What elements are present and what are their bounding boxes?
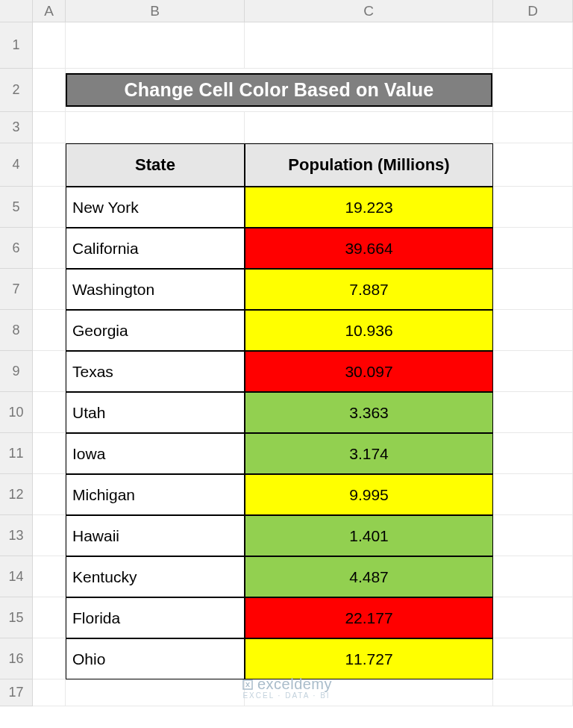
row-header-11[interactable]: 11: [0, 433, 33, 474]
cell-C17[interactable]: [245, 679, 493, 706]
cell-A3[interactable]: [33, 112, 66, 143]
cell-D17[interactable]: [493, 679, 573, 706]
cell-D14[interactable]: [493, 556, 573, 597]
row-header-16[interactable]: 16: [0, 638, 33, 679]
cell-D11[interactable]: [493, 433, 573, 474]
row-header-8[interactable]: 8: [0, 310, 33, 351]
spreadsheet-grid: A B C D 1 2 3 4 5 6 7 8 9 10 11 12 13 14…: [0, 0, 573, 706]
cell-C1[interactable]: [245, 22, 493, 69]
cell-D6[interactable]: [493, 228, 573, 269]
row-header-10[interactable]: 10: [0, 392, 33, 433]
cell-state[interactable]: Iowa: [66, 433, 245, 474]
row-header-7[interactable]: 7: [0, 269, 33, 310]
cell-state[interactable]: Florida: [66, 597, 245, 638]
cell-population[interactable]: 22.177: [245, 597, 493, 638]
cell-A9[interactable]: [33, 351, 66, 392]
cell-population[interactable]: 4.487: [245, 556, 493, 597]
cell-D12[interactable]: [493, 474, 573, 515]
cell-D2[interactable]: [493, 69, 573, 112]
cell-A6[interactable]: [33, 228, 66, 269]
cell-A8[interactable]: [33, 310, 66, 351]
cell-A16[interactable]: [33, 638, 66, 679]
cell-state[interactable]: Texas: [66, 351, 245, 392]
cell-population[interactable]: 3.174: [245, 433, 493, 474]
cell-A5[interactable]: [33, 187, 66, 228]
cell-A7[interactable]: [33, 269, 66, 310]
cell-A14[interactable]: [33, 556, 66, 597]
col-header-B[interactable]: B: [66, 0, 245, 22]
cell-state[interactable]: Hawaii: [66, 515, 245, 556]
cell-D3[interactable]: [493, 112, 573, 143]
cell-state[interactable]: Utah: [66, 392, 245, 433]
row-header-5[interactable]: 5: [0, 187, 33, 228]
row-header-13[interactable]: 13: [0, 515, 33, 556]
cell-state[interactable]: Michigan: [66, 474, 245, 515]
cell-population[interactable]: 10.936: [245, 310, 493, 351]
row-header-12[interactable]: 12: [0, 474, 33, 515]
cell-D9[interactable]: [493, 351, 573, 392]
cell-B17[interactable]: [66, 679, 245, 706]
row-header-6[interactable]: 6: [0, 228, 33, 269]
cell-population[interactable]: 19.223: [245, 187, 493, 228]
cell-A12[interactable]: [33, 474, 66, 515]
cell-D1[interactable]: [493, 22, 573, 69]
cell-D15[interactable]: [493, 597, 573, 638]
cell-population[interactable]: 30.097: [245, 351, 493, 392]
select-all-corner[interactable]: [0, 0, 33, 22]
row-header-1[interactable]: 1: [0, 22, 33, 69]
cell-D5[interactable]: [493, 187, 573, 228]
cell-D10[interactable]: [493, 392, 573, 433]
col-header-D[interactable]: D: [493, 0, 573, 22]
cell-population[interactable]: 11.727: [245, 638, 493, 679]
header-state[interactable]: State: [66, 143, 245, 187]
cell-state[interactable]: Georgia: [66, 310, 245, 351]
cell-C3[interactable]: [245, 112, 493, 143]
cell-state[interactable]: Ohio: [66, 638, 245, 679]
cell-A15[interactable]: [33, 597, 66, 638]
cell-B1[interactable]: [66, 22, 245, 69]
cell-state[interactable]: New York: [66, 187, 245, 228]
cell-population[interactable]: 39.664: [245, 228, 493, 269]
cell-state[interactable]: Kentucky: [66, 556, 245, 597]
cell-population[interactable]: 1.401: [245, 515, 493, 556]
row-header-4[interactable]: 4: [0, 143, 33, 187]
cell-D13[interactable]: [493, 515, 573, 556]
cell-A2[interactable]: [33, 69, 66, 112]
cell-population[interactable]: 3.363: [245, 392, 493, 433]
cell-D7[interactable]: [493, 269, 573, 310]
cell-A17[interactable]: [33, 679, 66, 706]
cell-state[interactable]: California: [66, 228, 245, 269]
cell-A10[interactable]: [33, 392, 66, 433]
row-header-14[interactable]: 14: [0, 556, 33, 597]
row-header-3[interactable]: 3: [0, 112, 33, 143]
cell-A4[interactable]: [33, 143, 66, 187]
title-cell[interactable]: Change Cell Color Based on Value: [66, 69, 493, 112]
row-header-17[interactable]: 17: [0, 679, 33, 706]
cell-D16[interactable]: [493, 638, 573, 679]
cell-B3[interactable]: [66, 112, 245, 143]
row-header-2[interactable]: 2: [0, 69, 33, 112]
cell-A1[interactable]: [33, 22, 66, 69]
row-header-15[interactable]: 15: [0, 597, 33, 638]
cell-population[interactable]: 7.887: [245, 269, 493, 310]
cell-A11[interactable]: [33, 433, 66, 474]
row-header-9[interactable]: 9: [0, 351, 33, 392]
cell-population[interactable]: 9.995: [245, 474, 493, 515]
col-header-A[interactable]: A: [33, 0, 66, 22]
cell-A13[interactable]: [33, 515, 66, 556]
cell-state[interactable]: Washington: [66, 269, 245, 310]
col-header-C[interactable]: C: [245, 0, 493, 22]
cell-D4[interactable]: [493, 143, 573, 187]
cell-D8[interactable]: [493, 310, 573, 351]
page-title: Change Cell Color Based on Value: [66, 73, 492, 107]
header-population[interactable]: Population (Millions): [245, 143, 493, 187]
